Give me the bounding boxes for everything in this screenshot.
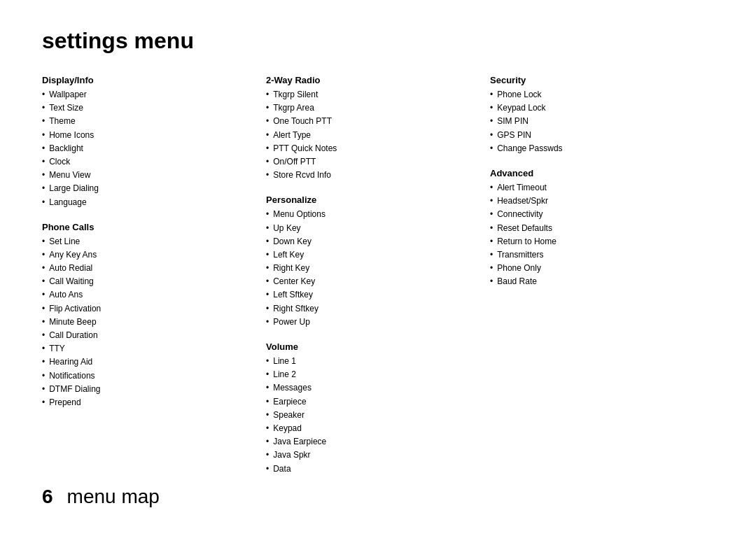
section-list-2-0: Phone LockKeypad LockSIM PINGPS PINChang…: [490, 88, 700, 155]
list-item: Flip Activation: [42, 302, 252, 316]
column-1: 2-Way RadioTkgrp SilentTkgrp AreaOne Tou…: [266, 75, 490, 488]
section-list-1-2: Line 1Line 2MessagesEarpieceSpeakerKeypa…: [266, 355, 476, 476]
list-item: Baud Rate: [490, 275, 700, 288]
list-item: Menu Options: [266, 208, 476, 221]
list-item: Large Dialing: [42, 182, 252, 195]
list-item: GPS PIN: [490, 129, 700, 142]
list-item: Hearing Aid: [42, 355, 252, 369]
list-item: Menu View: [42, 169, 252, 182]
section-list-0-1: Set LineAny Key AnsAuto RedialCall Waiti…: [42, 235, 252, 409]
section-header-1-0: 2-Way Radio: [266, 75, 476, 85]
list-item: Return to Home: [490, 235, 700, 248]
list-item: Notifications: [42, 369, 252, 383]
section-list-0-0: WallpaperText SizeThemeHome IconsBacklig…: [42, 88, 252, 209]
section-header-1-2: Volume: [266, 341, 476, 352]
list-item: Call Waiting: [42, 275, 252, 288]
list-item: Java Earpiece: [266, 435, 476, 449]
list-item: Auto Ans: [42, 288, 252, 302]
list-item: Reset Defaults: [490, 222, 700, 235]
list-item: DTMF Dialing: [42, 383, 252, 396]
section-2-0: SecurityPhone LockKeypad LockSIM PINGPS …: [490, 75, 700, 155]
list-item: Line 1: [266, 355, 476, 368]
list-item: Set Line: [42, 235, 252, 248]
list-item: Prepend: [42, 396, 252, 409]
section-2-1: AdvancedAlert TimeoutHeadset/SpkrConnect…: [490, 168, 700, 289]
list-item: Language: [42, 196, 252, 209]
section-1-2: VolumeLine 1Line 2MessagesEarpieceSpeake…: [266, 341, 476, 476]
list-item: Alert Type: [266, 129, 476, 142]
section-1-0: 2-Way RadioTkgrp SilentTkgrp AreaOne Tou…: [266, 75, 476, 182]
list-item: Transmitters: [490, 248, 700, 262]
list-item: TTY: [42, 342, 252, 355]
section-header-1-1: Personalize: [266, 195, 476, 205]
list-item: Right Key: [266, 262, 476, 275]
list-item: Power Up: [266, 316, 476, 329]
list-item: Line 2: [266, 368, 476, 381]
list-item: Speaker: [266, 409, 476, 422]
list-item: Left Sftkey: [266, 288, 476, 302]
list-item: Data: [266, 463, 476, 476]
list-item: Alert Timeout: [490, 181, 700, 195]
list-item: Wallpaper: [42, 88, 252, 101]
list-item: PTT Quick Notes: [266, 142, 476, 155]
list-item: Minute Beep: [42, 316, 252, 329]
list-item: Earpiece: [266, 395, 476, 409]
list-item: Call Duration: [42, 329, 252, 342]
list-item: One Touch PTT: [266, 115, 476, 128]
list-item: Messages: [266, 381, 476, 395]
list-item: Phone Lock: [490, 88, 700, 101]
content-area: Display/InfoWallpaperText SizeThemeHome …: [42, 75, 714, 488]
section-header-2-1: Advanced: [490, 168, 700, 178]
list-item: Right Sftkey: [266, 302, 476, 316]
footer-label: menu map: [67, 486, 160, 508]
list-item: Center Key: [266, 275, 476, 288]
section-0-1: Phone CallsSet LineAny Key AnsAuto Redia…: [42, 222, 252, 409]
list-item: SIM PIN: [490, 115, 700, 128]
list-item: Up Key: [266, 222, 476, 235]
footer-number: 6: [42, 486, 53, 508]
list-item: Any Key Ans: [42, 248, 252, 262]
list-item: Clock: [42, 155, 252, 169]
list-item: Keypad Lock: [490, 101, 700, 115]
list-item: Connectivity: [490, 208, 700, 221]
list-item: Keypad: [266, 422, 476, 435]
list-item: Text Size: [42, 101, 252, 115]
section-list-1-0: Tkgrp SilentTkgrp AreaOne Touch PTTAlert…: [266, 88, 476, 182]
section-0-0: Display/InfoWallpaperText SizeThemeHome …: [42, 75, 252, 209]
list-item: Change Passwds: [490, 142, 700, 155]
column-0: Display/InfoWallpaperText SizeThemeHome …: [42, 75, 266, 488]
list-item: Home Icons: [42, 129, 252, 142]
section-list-2-1: Alert TimeoutHeadset/SpkrConnectivityRes…: [490, 181, 700, 289]
list-item: Headset/Spkr: [490, 195, 700, 208]
list-item: Tkgrp Area: [266, 101, 476, 115]
section-header-0-1: Phone Calls: [42, 222, 252, 232]
column-2: SecurityPhone LockKeypad LockSIM PINGPS …: [490, 75, 714, 488]
list-item: Theme: [42, 115, 252, 128]
list-item: Store Rcvd Info: [266, 169, 476, 182]
list-item: On/Off PTT: [266, 155, 476, 169]
section-1-1: PersonalizeMenu OptionsUp KeyDown KeyLef…: [266, 195, 476, 329]
list-item: Tkgrp Silent: [266, 88, 476, 101]
section-list-1-1: Menu OptionsUp KeyDown KeyLeft KeyRight …: [266, 208, 476, 329]
list-item: Down Key: [266, 235, 476, 248]
list-item: Backlight: [42, 142, 252, 155]
page-title: settings menu: [42, 28, 714, 54]
section-header-0-0: Display/Info: [42, 75, 252, 85]
section-header-2-0: Security: [490, 75, 700, 85]
footer-area: 6 menu map: [42, 486, 160, 508]
list-item: Left Key: [266, 248, 476, 262]
list-item: Phone Only: [490, 262, 700, 275]
list-item: Java Spkr: [266, 449, 476, 462]
list-item: Auto Redial: [42, 262, 252, 275]
page-container: settings menu Display/InfoWallpaperText …: [0, 0, 756, 536]
